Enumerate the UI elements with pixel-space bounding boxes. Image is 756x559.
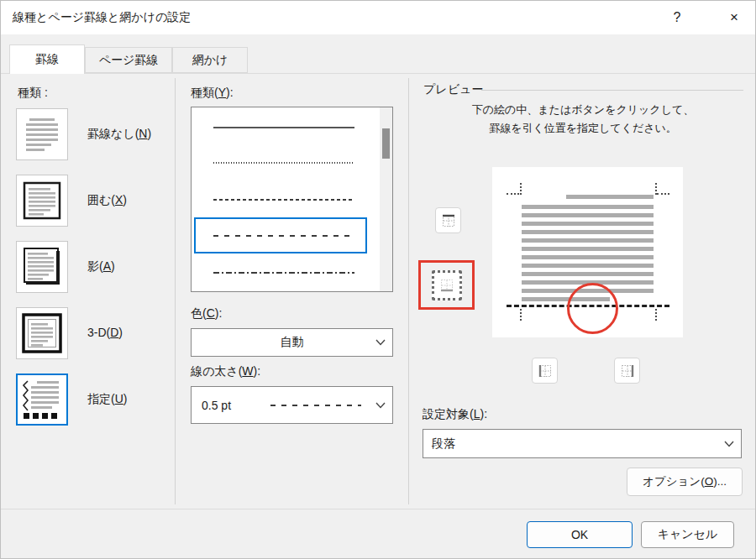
text-line [522, 247, 654, 251]
preset-box[interactable]: 囲む(X) [16, 175, 171, 227]
preset-label: 指定(U) [87, 392, 127, 407]
text-line [522, 213, 654, 217]
corner-mark [520, 183, 522, 195]
preset-custom[interactable]: 指定(U) [16, 374, 171, 426]
panel-divider-left [175, 78, 176, 504]
corner-mark [657, 193, 669, 195]
preview-group-label: プレビュー [423, 82, 483, 97]
content-bottom-divider [1, 509, 755, 509]
apply-to-value: 段落 [423, 430, 716, 457]
border-none-icon [16, 108, 68, 160]
top-border-icon [441, 213, 456, 228]
text-line [522, 230, 654, 234]
text-line [522, 205, 654, 209]
line-width-dropdown[interactable]: 0.5 pt [191, 386, 393, 424]
bottom-border-icon [439, 278, 454, 293]
color-label: 色(C): [191, 306, 222, 321]
tab-shading[interactable]: 網かけ [172, 47, 248, 73]
border-custom-icon [16, 374, 68, 426]
text-line [522, 255, 654, 259]
preset-3d[interactable]: 3-D(D) [16, 307, 171, 359]
close-icon[interactable]: × [722, 5, 747, 30]
preset-label: 囲む(X) [87, 193, 127, 208]
line-style-option-dash-medium[interactable] [213, 235, 354, 237]
line-style-option-dash-dot[interactable] [213, 272, 354, 274]
scrollbar[interactable] [380, 107, 392, 291]
right-border-icon [620, 363, 635, 379]
chevron-down-icon [375, 402, 386, 409]
border-box-icon [16, 175, 68, 227]
corner-mark [507, 193, 519, 195]
preview-group-line [481, 90, 743, 91]
dialog-title: 線種とページ罫線と網かけの設定 [13, 10, 191, 25]
border-shadow-icon [16, 241, 68, 293]
preset-label: 罫線なし(N) [87, 127, 151, 142]
panel-divider-right [408, 78, 409, 504]
top-border-button[interactable] [435, 207, 461, 233]
text-line [522, 272, 654, 276]
line-style-option-dash-small[interactable] [213, 199, 354, 201]
text-line [522, 238, 654, 243]
line-style-option-dotted[interactable] [213, 162, 354, 164]
line-width-sample [270, 405, 361, 406]
tab-borders[interactable]: 罫線 [9, 44, 85, 74]
bottom-border-button[interactable] [432, 270, 462, 300]
presets-label: 種類 : [18, 86, 48, 101]
text-line [522, 264, 654, 268]
text-line [522, 222, 654, 226]
options-button[interactable]: オプション(O)... [627, 468, 743, 496]
tab-page-border[interactable]: ページ罫線 [85, 47, 172, 73]
apply-to-label: 設定対象(L): [423, 407, 487, 422]
preview-instruction-line2: 罫線を引く位置を指定してください。 [417, 121, 749, 136]
annotation-circle [567, 283, 618, 334]
preset-shadow[interactable]: 影(A) [16, 241, 171, 293]
preview-instruction-line1: 下の絵の中、またはボタンをクリックして、 [417, 102, 749, 118]
chevron-down-icon [375, 339, 386, 346]
color-value: 自動 [192, 329, 392, 356]
help-button[interactable]: ? [664, 5, 690, 30]
color-dropdown[interactable]: 自動 [191, 328, 393, 357]
text-line [566, 195, 654, 199]
preset-label: 3-D(D) [87, 326, 123, 339]
apply-to-dropdown[interactable]: 段落 [423, 429, 742, 458]
cancel-button[interactable]: キャンセル [641, 521, 734, 548]
tab-strip-divider [1, 73, 755, 74]
borders-shading-dialog: 線種とページ罫線と網かけの設定 ? × 罫線 ページ罫線 網かけ 種類 : 罫線… [0, 0, 756, 559]
chevron-down-icon [724, 441, 734, 447]
line-style-label: 種類(Y): [191, 86, 234, 101]
line-width-label: 線の太さ(W): [191, 364, 260, 379]
line-style-listbox[interactable] [191, 107, 393, 292]
preset-label: 影(A) [87, 259, 115, 274]
preset-none[interactable]: 罫線なし(N) [16, 108, 171, 160]
border-3d-icon [16, 307, 68, 359]
left-border-button[interactable] [532, 358, 558, 384]
scrollbar-thumb[interactable] [382, 128, 390, 159]
title-bar: 線種とページ罫線と網かけの設定 ? × [1, 1, 755, 34]
right-border-button[interactable] [614, 358, 640, 384]
left-border-icon [538, 363, 553, 379]
corner-mark [520, 309, 522, 321]
line-style-option-solid[interactable] [213, 127, 354, 128]
corner-mark [655, 309, 657, 321]
ok-button[interactable]: OK [527, 521, 633, 548]
